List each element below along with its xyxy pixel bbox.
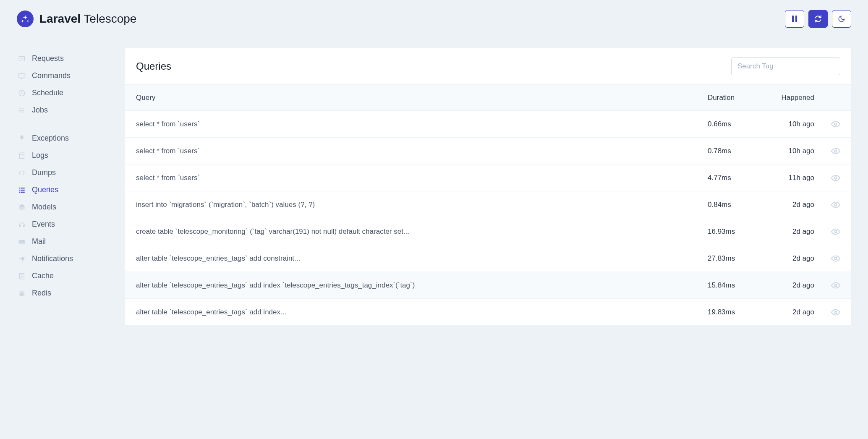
column-header-duration: Duration	[708, 94, 762, 102]
header-actions	[785, 10, 851, 28]
eye-icon	[831, 227, 840, 236]
redis-icon	[18, 289, 26, 298]
happened-cell: 2d ago	[762, 227, 817, 236]
sidebar-item-redis[interactable]: Redis	[17, 285, 113, 302]
table-row: alter table `telescope_entries_tags` add…	[125, 299, 851, 326]
sidebar-item-label: Cache	[32, 272, 54, 280]
pause-icon	[792, 16, 797, 22]
view-details-button[interactable]	[817, 120, 840, 129]
card-title: Queries	[136, 60, 171, 72]
sidebar-item-jobs[interactable]: Jobs	[17, 102, 113, 119]
view-details-button[interactable]	[817, 200, 840, 209]
duration-cell: 0.66ms	[708, 120, 762, 128]
sidebar-item-schedule[interactable]: Schedule	[17, 84, 113, 102]
sidebar-item-label: Notifications	[32, 254, 73, 263]
table-row: select * from `users`0.66ms10h ago	[125, 111, 851, 138]
table-row: alter table `telescope_entries_tags` add…	[125, 272, 851, 299]
sidebar-item-exceptions[interactable]: Exceptions	[17, 130, 113, 147]
page-header: Laravel Telescope	[17, 0, 851, 38]
sidebar-item-queries[interactable]: Queries	[17, 181, 113, 199]
view-details-button[interactable]	[817, 254, 840, 263]
svg-rect-0	[792, 16, 794, 22]
sidebar-item-label: Models	[32, 203, 56, 212]
svg-point-21	[834, 150, 837, 152]
refresh-button[interactable]	[808, 10, 828, 28]
svg-point-23	[834, 204, 837, 206]
sidebar-item-label: Dumps	[32, 168, 56, 177]
table-header-row: Query Duration Happened	[125, 85, 851, 111]
view-details-button[interactable]	[817, 227, 840, 236]
commands-icon	[18, 72, 26, 80]
sidebar-item-dumps[interactable]: Dumps	[17, 164, 113, 181]
search-input[interactable]	[731, 57, 840, 75]
jobs-icon	[18, 106, 26, 115]
query-cell: alter table `telescope_entries_tags` add…	[136, 254, 708, 263]
theme-toggle-button[interactable]	[832, 10, 851, 28]
brand: Laravel Telescope	[17, 10, 136, 27]
query-cell: select * from `users`	[136, 174, 708, 182]
sidebar-item-logs[interactable]: Logs	[17, 147, 113, 164]
sidebar-item-mail[interactable]: Mail	[17, 233, 113, 250]
query-cell: select * from `users`	[136, 147, 708, 155]
sidebar-item-commands[interactable]: Commands	[17, 67, 113, 84]
telescope-logo-icon	[21, 14, 30, 24]
schedule-icon	[18, 89, 26, 97]
happened-cell: 11h ago	[762, 174, 817, 182]
brand-name-light: Telescope	[84, 12, 136, 25]
sidebar-item-label: Redis	[32, 289, 51, 298]
svg-point-26	[834, 284, 837, 287]
happened-cell: 2d ago	[762, 281, 817, 290]
models-icon	[18, 203, 26, 212]
query-cell: create table `telescope_monitoring` (`ta…	[136, 227, 708, 236]
logs-icon	[18, 152, 26, 160]
sidebar-item-label: Events	[32, 220, 55, 229]
queries-card: Queries Query Duration Happened select *…	[125, 48, 851, 326]
sidebar-item-cache[interactable]: Cache	[17, 267, 113, 285]
sidebar-item-events[interactable]: Events	[17, 216, 113, 233]
sidebar-item-label: Jobs	[32, 106, 48, 115]
sidebar-item-requests[interactable]: Requests	[17, 50, 113, 67]
svg-point-22	[834, 177, 837, 179]
svg-rect-12	[19, 189, 20, 190]
table-row: alter table `telescope_entries_tags` add…	[125, 245, 851, 272]
moon-icon	[838, 15, 845, 23]
brand-text: Laravel Telescope	[39, 12, 136, 26]
queries-icon	[18, 186, 26, 194]
brand-name-bold: Laravel	[39, 12, 81, 25]
query-cell: alter table `telescope_entries_tags` add…	[136, 281, 708, 290]
main-content: Queries Query Duration Happened select *…	[125, 48, 851, 326]
query-cell: insert into `migrations` (`migration`, `…	[136, 201, 708, 209]
table-row: create table `telescope_monitoring` (`ta…	[125, 218, 851, 245]
eye-icon	[831, 120, 840, 129]
sidebar-item-models[interactable]: Models	[17, 199, 113, 216]
eye-icon	[831, 173, 840, 183]
sidebar-item-label: Requests	[32, 54, 64, 63]
column-header-query: Query	[136, 94, 708, 102]
notifications-icon	[18, 255, 26, 263]
happened-cell: 2d ago	[762, 308, 817, 316]
view-details-button[interactable]	[817, 308, 840, 317]
table-row: select * from `users`0.78ms10h ago	[125, 138, 851, 165]
svg-rect-11	[21, 188, 25, 188]
pause-button[interactable]	[785, 10, 804, 28]
view-details-button[interactable]	[817, 281, 840, 290]
svg-rect-1	[795, 16, 797, 22]
svg-rect-14	[19, 191, 20, 192]
happened-cell: 2d ago	[762, 254, 817, 263]
eye-icon	[831, 146, 840, 156]
exceptions-icon	[18, 134, 26, 143]
requests-icon	[18, 55, 26, 63]
svg-point-27	[834, 311, 837, 314]
eye-icon	[831, 200, 840, 209]
card-header: Queries	[125, 48, 851, 85]
svg-rect-10	[19, 188, 20, 188]
brand-logo	[17, 10, 34, 27]
query-cell: alter table `telescope_entries_tags` add…	[136, 308, 708, 316]
view-details-button[interactable]	[817, 146, 840, 156]
sidebar-item-label: Exceptions	[32, 134, 69, 143]
refresh-icon	[814, 15, 822, 23]
dumps-icon	[18, 169, 26, 177]
sidebar-item-label: Mail	[32, 237, 46, 246]
view-details-button[interactable]	[817, 173, 840, 183]
sidebar-item-notifications[interactable]: Notifications	[17, 250, 113, 267]
